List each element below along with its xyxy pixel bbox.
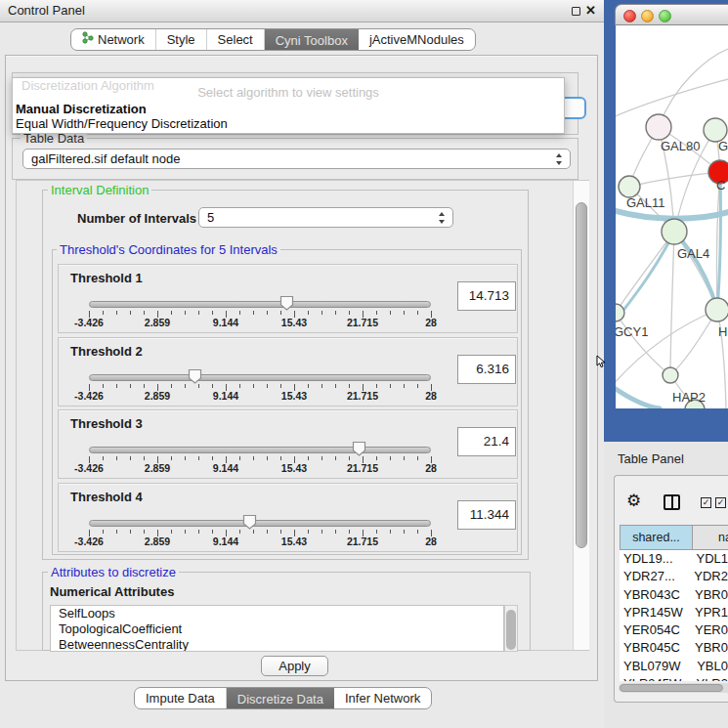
cell-name: YBR0	[691, 586, 728, 604]
slider-tick	[280, 530, 281, 534]
threshold-value-field[interactable]: 21.4	[457, 427, 516, 456]
cell-shared-name: YPR145W	[620, 604, 691, 621]
table-row[interactable]: YER054CYER0	[620, 621, 728, 639]
network-node[interactable]	[706, 298, 728, 321]
vertical-scrollbar-thumb[interactable]	[576, 202, 587, 548]
algorithm-option-manual[interactable]: Manual Discretization	[15, 102, 562, 116]
slider-tick-label: 15.43	[270, 390, 319, 402]
table-row[interactable]: YBL079WYBL0	[620, 658, 728, 675]
slider-tick	[253, 530, 254, 534]
float-window-icon[interactable]	[572, 7, 580, 16]
attribute-list-item[interactable]: SelfLoops	[51, 606, 503, 621]
tab-discretize-data[interactable]: Discretize Data	[227, 687, 334, 709]
cell-name: YLR3	[692, 675, 728, 681]
gear-icon[interactable]: ⚙	[626, 491, 641, 511]
network-edge	[616, 79, 728, 118]
algorithm-option-equal-width[interactable]: Equal Width/Frequency Discretization	[15, 116, 562, 131]
table-row[interactable]: YBR043CYBR0	[620, 586, 728, 604]
tab-infer-network[interactable]: Infer Network	[334, 688, 431, 708]
slider-tick-label: 15.43	[270, 317, 319, 328]
slider-tick	[239, 384, 240, 388]
apply-button[interactable]: Apply	[261, 656, 328, 676]
cell-shared-name: YDL19...	[620, 550, 692, 568]
threshold-label: Threshold 4	[70, 490, 143, 504]
network-canvas[interactable]: GAL80GCGAL11GAL4GCY1HHAP2	[616, 25, 728, 408]
tab-jactivemnodules[interactable]: jActiveMNodules	[359, 29, 475, 50]
slider-track[interactable]	[89, 447, 431, 453]
table-row[interactable]: YLR345WYLR3	[620, 675, 728, 681]
threshold-value-field[interactable]: 6.316	[457, 355, 516, 384]
slider-thumb[interactable]	[242, 514, 257, 530]
slider-tick-label: 21.715	[338, 535, 387, 547]
table-row[interactable]: YBR045CYBR0	[620, 639, 728, 657]
table-horizontal-scrollbar[interactable]	[619, 683, 728, 693]
column-header-shared-name[interactable]: shared...	[620, 525, 693, 550]
slider-tick-label: 2.859	[133, 535, 182, 547]
slider-tick	[280, 456, 281, 460]
slider-tick	[376, 311, 377, 315]
slider-tick-label: 2.859	[133, 317, 182, 328]
numerical-attributes-list[interactable]: SelfLoopsTopologicalCoefficientBetweenne…	[50, 605, 504, 652]
tab-label: Impute Data	[146, 688, 215, 708]
zoom-window-icon[interactable]	[659, 10, 671, 22]
tab-select[interactable]: Select	[207, 29, 265, 50]
slider-tick-label: -3.426	[64, 317, 113, 328]
network-node[interactable]	[619, 176, 640, 197]
close-window-icon[interactable]	[623, 10, 636, 22]
slider-track[interactable]	[89, 374, 431, 381]
slider-tick-label: 28	[407, 390, 455, 402]
slider-tick	[308, 530, 309, 534]
slider-tick	[417, 530, 418, 534]
tab-style[interactable]: Style	[156, 29, 207, 50]
slider-tick	[253, 456, 254, 460]
slider-tick	[335, 530, 336, 534]
number-of-intervals-combo[interactable]: 5	[198, 207, 453, 228]
network-node[interactable]	[662, 219, 687, 244]
slider-tick	[212, 530, 213, 534]
network-node[interactable]	[646, 114, 671, 140]
split-columns-icon[interactable]	[664, 494, 680, 510]
table-panel-section: Table Panel ⚙ ✓ ✓ shared... na YDL19...Y…	[604, 442, 728, 728]
checkbox-icon[interactable]: ✓	[715, 497, 726, 508]
checkbox-icon[interactable]: ✓	[701, 497, 711, 508]
network-node-label: GAL80	[661, 139, 700, 153]
slider-tick	[144, 530, 145, 534]
slider-track[interactable]	[89, 520, 431, 527]
slider-tick	[390, 530, 391, 534]
attribute-list-item[interactable]: BetweennessCentrality	[51, 637, 503, 652]
slider-tick	[198, 530, 199, 534]
slider-track[interactable]	[89, 301, 431, 308]
slider-tick-label: 9.144	[201, 462, 250, 474]
table-data-combo[interactable]: galFiltered.sif default node	[22, 149, 571, 169]
tab-impute-data[interactable]: Impute Data	[135, 688, 227, 708]
network-node[interactable]	[616, 304, 624, 321]
attribute-list-item[interactable]: TopologicalCoefficient	[51, 621, 503, 637]
network-window-titlebar[interactable]	[615, 4, 728, 25]
slider-tick	[239, 311, 240, 315]
close-icon[interactable]: ✕	[585, 0, 596, 21]
slider-tick-label: 15.43	[270, 535, 319, 547]
table-row[interactable]: YDR27...YDR2	[620, 568, 728, 585]
vertical-scrollbar[interactable]	[573, 181, 589, 650]
column-header-name[interactable]: na	[693, 525, 728, 550]
threshold-panel-2: Threshold 2-3.4262.8599.14415.4321.71528…	[58, 337, 518, 407]
slider-tick	[185, 384, 186, 388]
slider-thumb[interactable]	[188, 368, 202, 384]
attributes-scrollbar-thumb[interactable]	[506, 610, 516, 650]
slider-tick-label: 28	[407, 535, 455, 547]
minimize-window-icon[interactable]	[641, 10, 654, 22]
table-horizontal-scrollbar-thumb[interactable]	[620, 684, 723, 692]
tab-cyni-toolbox[interactable]: Cyni Toolbox	[265, 28, 359, 51]
attributes-scrollbar[interactable]	[504, 605, 518, 652]
network-node[interactable]	[663, 367, 678, 383]
slider-tick-label: 2.859	[133, 390, 182, 402]
table-row[interactable]: YDL19...YDL1	[620, 550, 728, 568]
table-row[interactable]: YPR145WYPR1	[620, 604, 728, 621]
tab-network[interactable]: Network	[71, 29, 156, 50]
threshold-value-field[interactable]: 14.713	[457, 281, 516, 311]
threshold-value-field[interactable]: 11.344	[457, 500, 516, 530]
algorithm-dropdown-popup: Discretization Algorithm Select algorith…	[12, 77, 565, 134]
slider-thumb[interactable]	[352, 441, 366, 456]
slider-thumb[interactable]	[279, 295, 294, 311]
tab-label: Network	[98, 29, 145, 50]
